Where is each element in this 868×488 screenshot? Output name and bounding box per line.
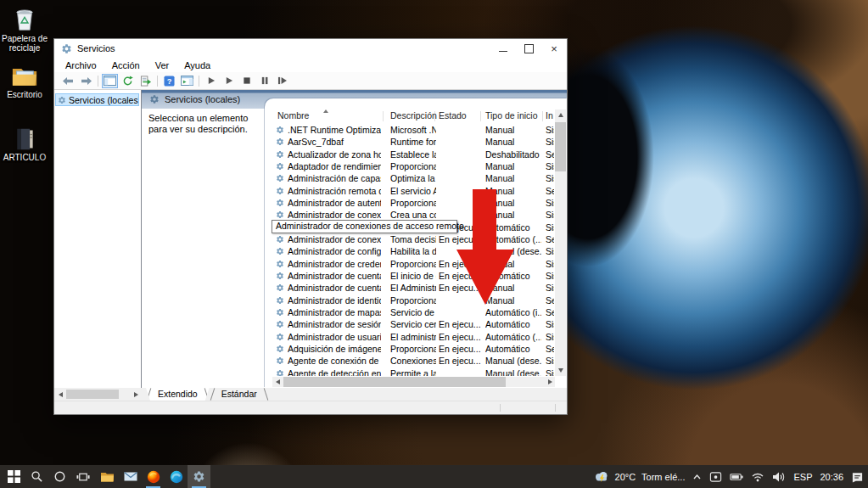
- service-row[interactable]: .NET Runtime Optimization ...Microsoft .…: [272, 124, 555, 136]
- service-gear-icon: [276, 332, 284, 344]
- minimize-button[interactable]: [490, 39, 516, 58]
- desktop-icon-escritorio[interactable]: Escritorio: [0, 61, 52, 99]
- service-row[interactable]: Adaptador de rendimiento ...Proporciona.…: [272, 160, 555, 172]
- service-row[interactable]: Actualizador de zona horari...Establece …: [272, 149, 555, 160]
- service-gear-icon: [276, 234, 284, 246]
- back-button[interactable]: [60, 74, 76, 88]
- meet-now-icon[interactable]: [709, 471, 722, 483]
- column-header-tipo-de-inicio[interactable]: Tipo de inicio: [485, 110, 537, 121]
- service-name: Administrador de configura...: [288, 245, 381, 257]
- scroll-up-icon[interactable]: [555, 109, 566, 121]
- view-tabs: Extendido Estándar: [143, 388, 567, 401]
- menu-ayuda[interactable]: Ayuda: [176, 60, 218, 70]
- taskbar-app-cortana[interactable]: [48, 465, 71, 488]
- tree-horizontal-scrollbar[interactable]: [55, 389, 141, 400]
- title-bar[interactable]: Servicios ×: [54, 39, 567, 58]
- show-hidden-icons-chevron[interactable]: [692, 473, 702, 481]
- refresh-button[interactable]: [120, 74, 136, 88]
- service-logon-as: Se: [546, 185, 554, 197]
- taskbar-apps: [0, 465, 210, 488]
- scroll-right-icon[interactable]: [131, 389, 141, 400]
- vertical-scrollbar[interactable]: [555, 109, 566, 376]
- edge-icon: [170, 470, 183, 484]
- battery-icon[interactable]: [730, 472, 743, 482]
- service-logon-as: Sis: [546, 222, 554, 233]
- column-header-estado[interactable]: Estado: [439, 110, 467, 121]
- tree-scrollbar-thumb[interactable]: [66, 390, 119, 399]
- scroll-down-icon[interactable]: [555, 365, 566, 376]
- service-row[interactable]: AarSvc_7dbafRuntime for ...ManualSis: [272, 136, 555, 148]
- desktop-icon-articulo[interactable]: ARTICULO: [0, 124, 52, 162]
- service-row[interactable]: Adquisición de imágenes d...Proporciona.…: [272, 343, 555, 355]
- weather-widget[interactable]: 20°C Torm elé...: [593, 470, 686, 483]
- export-list-button[interactable]: [137, 74, 154, 88]
- menu-accion[interactable]: Acción: [104, 60, 148, 70]
- restart-service-button[interactable]: [274, 74, 290, 88]
- resume-service-button[interactable]: [221, 74, 237, 88]
- service-startup-type: Manual (dese...: [485, 367, 541, 376]
- start-icon: [8, 470, 20, 483]
- service-logon-as: Se: [546, 306, 554, 318]
- service-gear-icon: [276, 368, 284, 376]
- show-console-tree-button[interactable]: [102, 74, 118, 88]
- scroll-left-icon[interactable]: [55, 389, 65, 400]
- taskbar-app-file-explorer[interactable]: [96, 465, 119, 488]
- service-description: Proporciona...: [390, 294, 436, 306]
- service-description: Proporciona...: [390, 343, 436, 355]
- service-name: Administración de capas de...: [288, 172, 381, 184]
- horizontal-scrollbar-thumb[interactable]: [283, 377, 506, 387]
- tree-item-servicios-locales[interactable]: Servicios (locales): [55, 93, 139, 106]
- scroll-left-icon[interactable]: [272, 377, 283, 387]
- desktop-icon-recycle-bin[interactable]: Papelera de reciclaje: [0, 5, 52, 53]
- forward-button[interactable]: [78, 74, 94, 88]
- service-row[interactable]: Administración de capas de...Optimiza la…: [272, 172, 555, 184]
- scroll-right-icon[interactable]: [545, 377, 555, 387]
- clock[interactable]: 20:36: [820, 472, 843, 482]
- taskbar-app-start[interactable]: [3, 465, 25, 488]
- horizontal-scrollbar[interactable]: [272, 377, 555, 387]
- maximize-button[interactable]: [516, 39, 541, 58]
- bottom-strip: Extendido Estándar: [54, 388, 567, 401]
- service-logon-as: Se: [546, 233, 554, 245]
- service-row[interactable]: Administrador de mapas de...Servicio de …: [272, 306, 555, 318]
- pause-service-button[interactable]: [256, 74, 272, 88]
- stop-service-button[interactable]: [238, 74, 255, 88]
- service-row[interactable]: Agente de conexión de redConexiones ...E…: [272, 355, 555, 367]
- tab-extendido[interactable]: Extendido: [146, 388, 210, 401]
- console-tree-panel: Servicios (locales): [54, 90, 142, 388]
- service-description: Servicio cen...: [390, 318, 436, 330]
- language-indicator[interactable]: ESP: [793, 472, 812, 482]
- search-icon: [31, 470, 43, 483]
- service-row[interactable]: Agente de detección en seg...Permite a l…: [272, 367, 555, 376]
- vertical-scrollbar-thumb[interactable]: [555, 122, 566, 171]
- taskbar-app-task-view[interactable]: [71, 465, 94, 488]
- help-button[interactable]: ?: [161, 74, 177, 88]
- service-description: Proporciona...: [390, 160, 436, 172]
- wifi-icon[interactable]: [751, 471, 764, 482]
- service-gear-icon: [276, 271, 284, 283]
- column-header-nombre[interactable]: Nombre: [277, 110, 309, 121]
- show-action-pane-button[interactable]: [179, 74, 195, 88]
- start-service-button[interactable]: [203, 74, 219, 88]
- service-row[interactable]: Administrador de sesión localServicio ce…: [272, 318, 555, 330]
- tab-estandar[interactable]: Estándar: [210, 388, 269, 401]
- close-button[interactable]: ×: [541, 39, 567, 58]
- service-logon-as: Sis: [546, 270, 554, 282]
- menu-archivo[interactable]: Archivo: [58, 60, 104, 70]
- notification-center-icon[interactable]: [851, 471, 864, 483]
- volume-icon[interactable]: [772, 471, 786, 483]
- taskbar-app-firefox[interactable]: [142, 465, 165, 488]
- taskbar-app-mail[interactable]: [119, 465, 142, 488]
- taskbar-app-edge[interactable]: [165, 465, 188, 488]
- taskbar-app-search[interactable]: [25, 465, 48, 488]
- taskbar-app-services[interactable]: [188, 465, 210, 488]
- service-row[interactable]: Administrador de usuariosEl administr...…: [272, 331, 555, 343]
- services-gear-icon: [58, 96, 66, 104]
- service-description: Habilita la d...: [390, 245, 436, 257]
- column-header-descripcion[interactable]: Descripción: [390, 110, 437, 121]
- service-status: En ejecu...: [439, 343, 481, 355]
- menu-ver[interactable]: Ver: [148, 60, 177, 70]
- service-name: Administrador de conexion...: [288, 233, 381, 245]
- service-name: Administración remota de ...: [288, 185, 381, 197]
- column-header-iniciar-sesion[interactable]: In: [546, 110, 553, 121]
